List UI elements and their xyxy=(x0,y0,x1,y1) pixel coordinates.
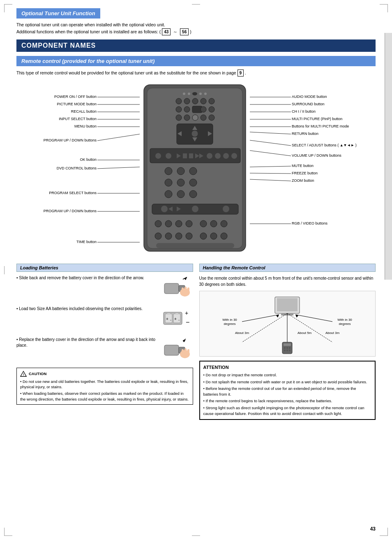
bottom-section: Loading Batteries • Slide back and remov… xyxy=(16,264,376,420)
svg-point-100 xyxy=(223,206,229,212)
svg-point-104 xyxy=(186,220,192,227)
svg-point-163 xyxy=(289,350,291,351)
svg-line-39 xyxy=(250,132,291,134)
svg-point-103 xyxy=(175,220,182,227)
svg-rect-79 xyxy=(189,153,193,158)
battery-step-1: • Slide back and remove the battery cove… xyxy=(16,275,193,300)
svg-text:PROGRAM UP / DOWN buttons: PROGRAM UP / DOWN buttons xyxy=(44,209,97,213)
svg-text:SURROUND button: SURROUND button xyxy=(292,102,325,106)
svg-line-152 xyxy=(295,315,332,322)
svg-rect-121 xyxy=(182,287,184,294)
attention-title: ATTENTION xyxy=(203,364,372,371)
svg-rect-78 xyxy=(183,153,187,158)
svg-point-111 xyxy=(221,220,227,227)
caution-point-1: • Do not use new and old batteries toget… xyxy=(20,379,189,390)
svg-text:MULTI PICTURE (PinP) button: MULTI PICTURE (PinP) button xyxy=(292,117,342,121)
attention-point-5: • Strong light such as direct sunlight i… xyxy=(203,405,372,417)
svg-text:INPUT SELECT button: INPUT SELECT button xyxy=(59,117,97,121)
remote-page-ref: 9 xyxy=(238,70,244,76)
optional-tuner-title: Optional Tuner Unit Function xyxy=(16,8,100,19)
svg-point-87 xyxy=(177,167,184,175)
page-number: 43 xyxy=(370,526,376,532)
svg-text:!: ! xyxy=(23,373,24,376)
right-sidebar xyxy=(385,33,392,280)
svg-point-160 xyxy=(289,347,291,349)
svg-text:+: + xyxy=(185,310,188,316)
svg-text:-: - xyxy=(178,318,180,322)
svg-text:With in 30: With in 30 xyxy=(337,318,352,322)
svg-point-57 xyxy=(209,98,214,104)
svg-text:VOLUME UP / DOWN buttons: VOLUME UP / DOWN buttons xyxy=(292,153,341,158)
attention-point-2: • Do not splash the remote control with … xyxy=(203,379,372,385)
svg-point-109 xyxy=(200,220,207,227)
svg-point-48 xyxy=(192,92,197,95)
battery-step2-text: Load two Size AA batteries included obse… xyxy=(19,306,143,311)
svg-point-86 xyxy=(165,167,172,175)
page-range-start: 43 xyxy=(162,28,171,35)
svg-point-158 xyxy=(284,347,286,349)
svg-text:About 5m: About 5m xyxy=(297,331,312,335)
svg-rect-122 xyxy=(184,287,187,294)
handling-remote-intro: Use the remote control within about 5 m … xyxy=(199,275,376,287)
svg-point-102 xyxy=(165,220,172,227)
svg-text:RGB / VIDEO buttons: RGB / VIDEO buttons xyxy=(292,221,328,225)
corner-mark-bl xyxy=(4,528,12,536)
svg-rect-126 xyxy=(167,313,170,315)
svg-text:About 3m: About 3m xyxy=(235,331,249,335)
svg-line-149 xyxy=(287,313,332,342)
svg-point-110 xyxy=(210,220,217,227)
center-mark-left xyxy=(4,266,12,274)
svg-point-108 xyxy=(186,233,192,239)
svg-rect-142 xyxy=(187,349,189,355)
svg-point-59 xyxy=(184,107,190,112)
svg-point-99 xyxy=(192,206,198,212)
svg-line-41 xyxy=(250,151,291,156)
attention-point-3: • Before leaving the remote control out … xyxy=(203,386,372,398)
svg-point-84 xyxy=(223,153,229,159)
svg-point-114 xyxy=(221,233,227,239)
svg-point-90 xyxy=(177,179,184,186)
svg-rect-115 xyxy=(156,243,234,248)
svg-text:+: + xyxy=(166,317,168,321)
svg-rect-116 xyxy=(164,283,179,294)
component-names-banner: COMPONENT NAMES xyxy=(16,39,376,52)
svg-text:POWER ON / OFF button: POWER ON / OFF button xyxy=(54,95,97,99)
svg-point-58 xyxy=(176,107,182,112)
svg-point-88 xyxy=(189,167,197,175)
remote-diagram-section: POWER ON / OFF button PICTURE MODE butto… xyxy=(16,81,376,257)
svg-point-51 xyxy=(199,93,202,95)
svg-text:RETURN button: RETURN button xyxy=(292,132,318,136)
svg-point-61 xyxy=(201,107,206,112)
battery-step-2: • Load two Size AA batteries included ob… xyxy=(16,306,193,331)
attention-point-4: • If the remote control begins to lack r… xyxy=(203,398,372,404)
svg-point-54 xyxy=(184,98,190,104)
remote-range-diagram: With in 30 degrees With in 30 degrees Ab… xyxy=(199,291,376,357)
svg-rect-140 xyxy=(182,349,184,355)
svg-text:PROGRAM SELECT buttons: PROGRAM SELECT buttons xyxy=(49,191,97,195)
svg-text:RECALL button: RECALL button xyxy=(71,109,97,114)
svg-point-67 xyxy=(209,115,214,121)
svg-text:OK button: OK button xyxy=(80,158,97,162)
svg-point-76 xyxy=(166,153,171,159)
svg-point-75 xyxy=(155,153,161,159)
caution-box: ! CAUTION • Do not use new and old batte… xyxy=(16,368,193,405)
svg-point-53 xyxy=(176,98,182,104)
handling-remote-title: Handling the Remote Control xyxy=(199,264,376,272)
svg-point-73 xyxy=(191,130,198,137)
corner-mark-tr xyxy=(380,4,388,12)
battery-step3-img xyxy=(160,337,193,362)
svg-point-63 xyxy=(176,115,182,121)
battery-step1-text: Slide back and remove the battery cover … xyxy=(19,276,144,280)
handling-remote-col: Handling the Remote Control Use the remo… xyxy=(199,264,376,420)
svg-point-106 xyxy=(165,233,172,239)
svg-point-52 xyxy=(204,93,207,95)
svg-text:DVD CONTROL buttons: DVD CONTROL buttons xyxy=(57,166,97,170)
caution-label: CAUTION xyxy=(29,371,46,376)
attention-point-1: • Do not drop or impact the remote contr… xyxy=(203,372,372,378)
svg-rect-123 xyxy=(187,287,189,294)
svg-point-93 xyxy=(177,190,184,198)
svg-text:-: - xyxy=(170,318,171,322)
svg-point-112 xyxy=(200,233,207,239)
battery-step2-img: + - + - + − xyxy=(160,306,193,331)
svg-text:MUTE button: MUTE button xyxy=(292,164,314,168)
